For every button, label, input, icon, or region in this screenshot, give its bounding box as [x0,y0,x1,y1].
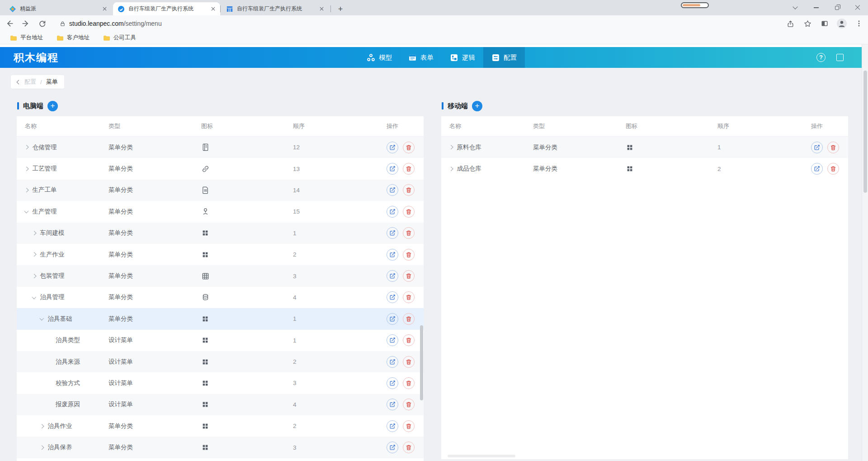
table-row[interactable]: 车间建模菜单分类1 [17,223,424,244]
collapse-chevron-icon[interactable] [32,295,36,299]
page-scrollbar[interactable] [862,44,868,461]
address-bar[interactable]: studio.leanpec.com/setting/menu [53,17,162,30]
browser-menu-dots-icon[interactable] [853,17,865,30]
table-row[interactable]: 工艺管理菜单分类13 [17,158,424,179]
delete-button[interactable] [403,206,415,218]
expand-chevron-icon[interactable] [24,145,28,149]
table-row[interactable]: 仓储管理菜单分类12 [17,137,424,158]
side-panel-icon[interactable] [818,17,831,30]
edit-button[interactable] [811,163,823,175]
table-row[interactable]: 治具来源设计菜单2 [17,351,424,372]
delete-button[interactable] [403,142,415,153]
nav-item-config[interactable]: 配置 [483,47,525,68]
back-chevron-icon[interactable] [17,80,21,84]
browser-tab-2-active[interactable]: 自行车组装厂生产执行系统 [113,2,220,15]
delete-button[interactable] [403,399,415,410]
edit-button[interactable] [387,356,398,368]
page-scrollbar-thumb[interactable] [863,71,867,193]
expand-chevron-icon[interactable] [32,274,36,278]
collapse-chevron-icon[interactable] [24,209,28,213]
fullscreen-square-button[interactable] [836,54,844,61]
delete-button[interactable] [403,249,415,261]
delete-button[interactable] [403,227,415,239]
delete-button[interactable] [403,377,415,389]
add-menu-button[interactable]: + [47,101,58,111]
delete-button[interactable] [403,291,415,303]
edit-button[interactable] [387,399,398,410]
tab-close-icon[interactable] [318,5,325,13]
expand-chevron-icon[interactable] [449,145,453,149]
delete-button[interactable] [403,356,415,368]
browser-tab-3[interactable]: 自行车组装厂生产执行系统 [222,2,329,15]
table-row[interactable]: 生产管理菜单分类15 [17,201,424,222]
table-row[interactable]: 治具类型设计菜单1 [17,330,424,351]
delete-button[interactable] [403,270,415,282]
tab-search-chevron-icon[interactable] [785,0,806,15]
table-row[interactable]: 校验方式设计菜单3 [17,372,424,394]
tab-close-icon[interactable] [101,5,108,13]
table-row[interactable]: 治具管理菜单分类4 [17,287,424,308]
window-minimize-button[interactable] [806,0,826,15]
collapse-chevron-icon[interactable] [40,316,44,320]
panel-vertical-scrollbar[interactable] [420,325,423,400]
expand-chevron-icon[interactable] [32,252,36,257]
window-restore-button[interactable] [826,0,847,15]
delete-button[interactable] [403,184,415,196]
table-row[interactable]: 报废原因设计菜单4 [17,394,424,415]
edit-button[interactable] [387,184,398,196]
add-menu-button[interactable]: + [472,101,482,111]
delete-button[interactable] [403,313,415,325]
expand-chevron-icon[interactable] [40,446,44,450]
new-tab-button[interactable]: + [335,3,346,15]
expand-chevron-icon[interactable] [449,166,453,171]
back-icon[interactable] [3,17,16,30]
bookmark-folder-customer[interactable]: 客户地址 [53,33,93,43]
table-row[interactable]: 治具作业菜单分类2 [17,415,424,437]
table-row[interactable]: 成品仓库菜单分类2 [441,158,848,179]
table-row[interactable]: 原料仓库菜单分类1 [441,137,848,158]
panel-horizontal-scrollbar[interactable] [448,455,515,457]
edit-button[interactable] [387,334,398,346]
nav-item-logic[interactable]: 逻辑 [442,47,483,68]
edit-button[interactable] [387,313,398,325]
reload-icon[interactable] [35,17,49,30]
delete-button[interactable] [403,334,415,346]
browser-tab-1[interactable]: 精益派 [5,2,112,15]
bookmark-folder-platform[interactable]: 平台地址 [6,33,47,43]
nav-item-form[interactable]: 表单 [400,47,442,68]
delete-button[interactable] [827,142,839,153]
edit-button[interactable] [387,142,398,153]
edit-button[interactable] [387,291,398,303]
edit-button[interactable] [387,270,398,282]
edit-button[interactable] [811,142,823,153]
nav-item-model[interactable]: 模型 [359,47,400,68]
table-row[interactable]: 生产工单菜单分类14 [17,180,424,201]
forward-icon[interactable] [19,17,33,30]
edit-button[interactable] [387,249,398,261]
delete-button[interactable] [403,163,415,175]
table-row[interactable]: 生产作业菜单分类2 [17,244,424,265]
delete-button[interactable] [403,420,415,432]
edit-button[interactable] [387,377,398,389]
edit-button[interactable] [387,420,398,432]
table-row[interactable]: 包装管理菜单分类3 [17,265,424,286]
share-icon[interactable] [784,17,797,30]
table-row[interactable]: 治具基础菜单分类1 [17,308,424,329]
expand-chevron-icon[interactable] [40,424,44,428]
edit-button[interactable] [387,163,398,175]
bookmark-star-icon[interactable] [801,17,814,30]
profile-avatar[interactable] [835,17,848,30]
delete-button[interactable] [827,163,839,175]
table-row[interactable]: 治具保养菜单分类3 [17,437,424,458]
expand-chevron-icon[interactable] [32,231,36,235]
edit-button[interactable] [387,206,398,218]
tab-close-icon[interactable] [209,5,217,13]
edit-button[interactable] [387,442,398,453]
breadcrumb-parent[interactable]: 配置 [24,78,36,86]
bookmark-folder-company[interactable]: 公司工具 [99,33,140,43]
edit-button[interactable] [387,227,398,239]
expand-chevron-icon[interactable] [24,166,28,171]
help-button[interactable]: ? [816,53,826,62]
delete-button[interactable] [403,442,415,453]
expand-chevron-icon[interactable] [24,188,28,192]
